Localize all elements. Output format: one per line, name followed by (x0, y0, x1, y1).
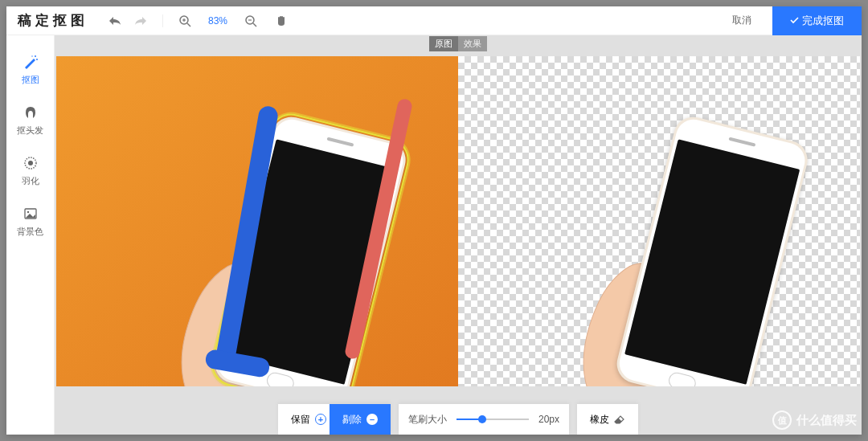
brush-size-label: 笔刷大小 (408, 413, 447, 427)
magic-wand-icon (22, 53, 39, 71)
eraser-label: 橡皮 (590, 413, 609, 427)
keep-label: 保留 (291, 413, 310, 427)
original-panel[interactable] (56, 56, 458, 386)
remove-button[interactable]: 剔除 – (330, 404, 391, 435)
bottom-toolbar: 保留 + 剔除 – 笔刷大小 20px (278, 404, 638, 435)
result-panel[interactable] (458, 56, 860, 386)
hair-icon (22, 104, 39, 121)
sidebar-item-feather[interactable]: 羽化 (6, 148, 54, 197)
zoom-in-button[interactable] (178, 14, 192, 28)
sidebar-item-label: 背景色 (17, 226, 43, 238)
svg-line-5 (253, 23, 256, 27)
finish-label: 完成抠图 (802, 14, 844, 28)
brush-size-slider[interactable] (457, 419, 529, 420)
svg-point-9 (31, 55, 32, 56)
keep-button[interactable]: 保留 + (288, 404, 330, 435)
brush-size-value: 20px (538, 414, 559, 425)
finish-button[interactable]: 完成抠图 (772, 6, 862, 35)
remove-label: 剔除 (342, 413, 362, 427)
sidebar-item-label: 抠图 (22, 74, 39, 86)
canvas-area (55, 35, 862, 435)
pan-hand-button[interactable] (274, 14, 289, 28)
undo-button[interactable] (108, 14, 122, 28)
view-toggle-result[interactable]: 效果 (458, 36, 487, 51)
svg-point-11 (28, 161, 33, 165)
eraser-button[interactable]: 橡皮 (587, 404, 628, 435)
svg-line-1 (187, 23, 190, 27)
sidebar-item-hair[interactable]: 抠头发 (6, 97, 54, 146)
svg-point-8 (36, 59, 38, 60)
redo-button[interactable] (133, 14, 148, 28)
feather-icon (22, 154, 39, 172)
app-logo: 稿定抠图 (18, 11, 88, 30)
svg-point-7 (35, 55, 36, 57)
sidebar-item-label: 抠头发 (17, 125, 43, 137)
sidebar-item-label: 羽化 (22, 175, 39, 187)
eraser-icon (614, 414, 625, 424)
zoom-level[interactable]: 83% (203, 15, 232, 27)
sidebar-item-bgcolor[interactable]: 背景色 (6, 198, 54, 247)
view-toggle: 原图 效果 (429, 36, 487, 51)
cancel-button[interactable]: 取消 (718, 6, 766, 35)
check-icon (790, 17, 799, 24)
view-toggle-original[interactable]: 原图 (429, 36, 458, 51)
minus-icon: – (366, 414, 378, 425)
plus-icon: + (315, 414, 326, 425)
sidebar-item-cutout[interactable]: 抠图 (6, 47, 54, 96)
zoom-out-button[interactable] (244, 14, 258, 28)
svg-point-13 (27, 211, 28, 213)
image-icon (22, 205, 39, 223)
